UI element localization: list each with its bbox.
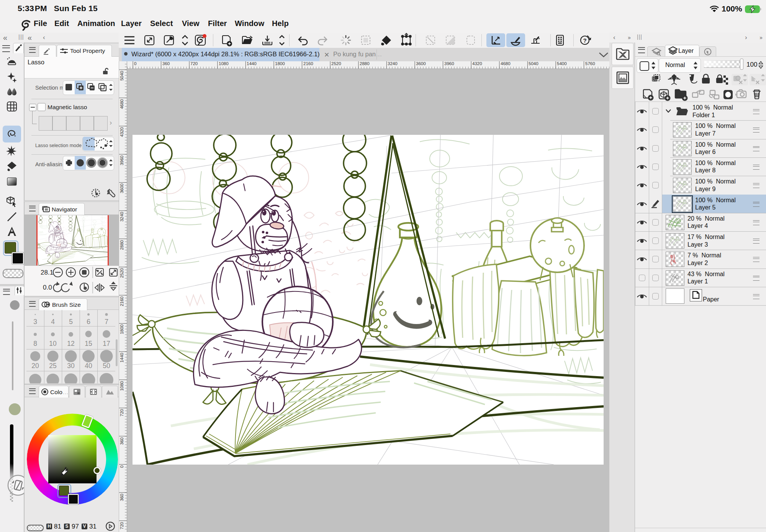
svg-text:20: 20 (31, 362, 39, 370)
svg-text:50: 50 (103, 362, 110, 370)
svg-text:12: 12 (67, 340, 74, 347)
svg-text:0: 0 (119, 465, 124, 468)
svg-text:7: 7 (105, 318, 108, 326)
svg-text:3: 3 (33, 318, 37, 326)
svg-text:360: 360 (119, 437, 124, 445)
svg-text:720: 720 (119, 409, 124, 416)
svg-text:3600: 3600 (416, 61, 426, 66)
svg-text:4680: 4680 (119, 99, 124, 109)
svg-text:8: 8 (33, 340, 37, 347)
svg-text:2160: 2160 (303, 61, 313, 66)
svg-text:1800: 1800 (275, 61, 285, 66)
svg-text:720: 720 (190, 61, 198, 66)
svg-text:360: 360 (162, 61, 170, 66)
svg-text:360: 360 (119, 494, 124, 501)
svg-text:5040: 5040 (119, 71, 124, 81)
svg-text:3960: 3960 (444, 61, 454, 66)
svg-text:1800: 1800 (119, 324, 124, 334)
svg-text:2520: 2520 (119, 268, 124, 278)
svg-text:3960: 3960 (119, 156, 124, 165)
svg-text:5760: 5760 (585, 61, 595, 66)
svg-text:3240: 3240 (119, 212, 124, 222)
svg-text:2880: 2880 (119, 240, 124, 250)
svg-text:15: 15 (85, 340, 92, 347)
svg-text:2880: 2880 (360, 61, 370, 66)
svg-text:2520: 2520 (331, 61, 341, 66)
svg-text:1440: 1440 (119, 353, 124, 363)
svg-text:5400: 5400 (557, 61, 567, 66)
svg-text:6: 6 (87, 318, 90, 326)
svg-text:5: 5 (69, 318, 73, 326)
svg-text:5040: 5040 (529, 61, 538, 66)
svg-text:1440: 1440 (247, 61, 257, 66)
svg-text:25: 25 (49, 362, 56, 370)
svg-text:1080: 1080 (219, 61, 229, 66)
svg-text:3240: 3240 (388, 61, 398, 66)
svg-text:4320: 4320 (119, 127, 124, 137)
svg-text:?: ? (583, 37, 586, 44)
svg-text:4: 4 (51, 318, 55, 326)
svg-text:4320: 4320 (472, 61, 482, 66)
svg-text:17: 17 (103, 340, 110, 347)
svg-text:1080: 1080 (119, 381, 124, 391)
svg-text:40: 40 (85, 362, 92, 370)
svg-text:0: 0 (134, 61, 136, 66)
svg-text:30: 30 (67, 362, 75, 370)
svg-text:3600: 3600 (119, 183, 124, 193)
svg-text:2160: 2160 (119, 296, 124, 306)
svg-text:4680: 4680 (501, 61, 511, 66)
svg-text:10: 10 (49, 340, 57, 347)
svg-text:720: 720 (119, 522, 124, 529)
